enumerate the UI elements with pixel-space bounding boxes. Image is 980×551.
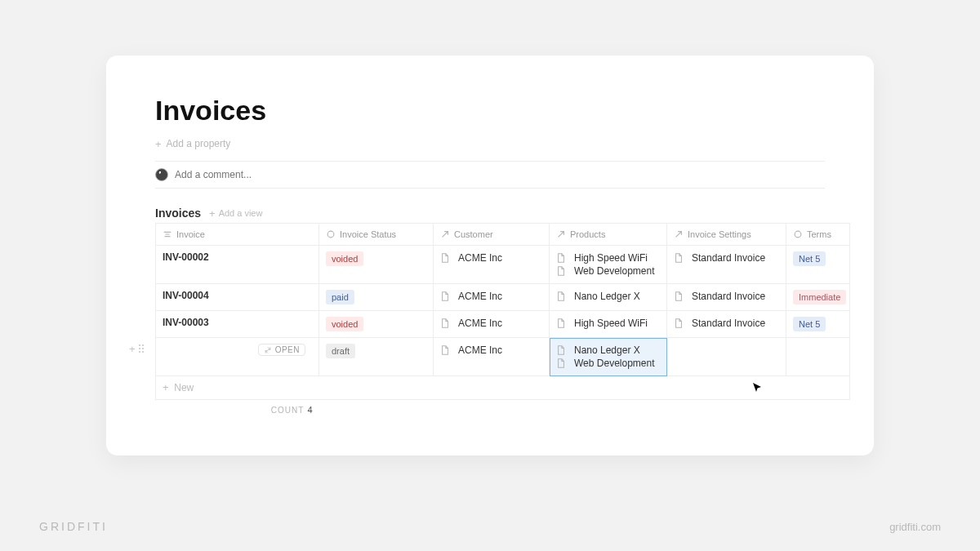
cell-customer[interactable]: ACME Inc	[434, 311, 550, 338]
page-icon	[556, 345, 566, 355]
cell-products[interactable]: Nano Ledger XWeb Development	[550, 338, 667, 376]
status-tag: draft	[326, 344, 355, 358]
cell-customer[interactable]: ACME Inc	[434, 284, 550, 311]
cell-status[interactable]: paid	[319, 284, 434, 311]
cell-customer[interactable]: ACME Inc	[434, 246, 550, 284]
table-header-row: Invoice Invoice Status Customer Products	[156, 224, 850, 246]
page-icon	[556, 266, 566, 276]
cell-status[interactable]: voided	[319, 311, 434, 338]
page-icon	[556, 291, 566, 301]
cell-settings[interactable]	[667, 338, 786, 376]
status-tag: Net 5	[793, 317, 826, 331]
relation-link[interactable]: Nano Ledger X	[556, 290, 660, 303]
relation-link[interactable]: Web Development	[556, 357, 660, 370]
relation-link[interactable]: ACME Inc	[440, 251, 542, 264]
page-icon	[674, 291, 684, 301]
row-gutter-controls[interactable]: +	[129, 343, 144, 355]
cell-terms[interactable]: Net 5	[786, 311, 850, 338]
relation-link[interactable]: ACME Inc	[440, 344, 542, 357]
page-icon	[556, 318, 566, 328]
brand-url: gridfiti.com	[889, 521, 941, 533]
cell-terms[interactable]	[786, 338, 850, 376]
table-row[interactable]: OPENdraftACME IncNano Ledger XWeb Develo…	[156, 338, 850, 376]
table-row[interactable]: INV-00002voidedACME IncHigh Speed WiFiWe…	[156, 246, 850, 284]
relation-link[interactable]: Web Development	[556, 264, 660, 278]
comment-input[interactable]	[175, 169, 420, 180]
table-row[interactable]: INV-00004paidACME IncNano Ledger XStanda…	[156, 284, 850, 311]
status-tag: voided	[326, 251, 363, 266]
cell-settings[interactable]: Standard Invoice	[667, 311, 786, 338]
status-tag: Net 5	[793, 251, 826, 266]
comment-row[interactable]	[155, 161, 825, 189]
page-icon	[556, 253, 566, 263]
avatar	[155, 168, 168, 181]
cell-invoice[interactable]: INV-00002	[156, 246, 319, 284]
relation-link[interactable]: ACME Inc	[440, 317, 542, 330]
page-title: Invoices	[155, 95, 825, 127]
col-header-products[interactable]: Products	[550, 224, 667, 246]
cell-products[interactable]: High Speed WiFiWeb Development	[550, 246, 667, 284]
plus-icon: +	[209, 208, 216, 219]
cell-products[interactable]: High Speed WiFi	[550, 311, 667, 338]
page-icon	[440, 291, 450, 301]
col-header-settings[interactable]: Invoice Settings	[667, 224, 786, 246]
plus-icon: +	[155, 139, 162, 149]
plus-icon: +	[163, 381, 169, 393]
title-icon	[163, 229, 172, 239]
relation-link[interactable]: High Speed WiFi	[556, 251, 660, 264]
cell-settings[interactable]: Standard Invoice	[667, 284, 786, 311]
page-icon	[556, 358, 566, 368]
cell-invoice[interactable]: INV-00003	[156, 311, 319, 338]
cell-terms[interactable]: Immediate	[786, 284, 850, 311]
app-card: Invoices + Add a property Invoices + Add…	[106, 56, 874, 455]
relation-link[interactable]: Standard Invoice	[674, 251, 779, 264]
cell-customer[interactable]: ACME Inc	[434, 338, 550, 376]
col-header-invoice[interactable]: Invoice	[156, 224, 319, 246]
relation-link[interactable]: Standard Invoice	[674, 317, 779, 330]
select-icon	[793, 229, 803, 239]
add-view-label: Add a view	[219, 208, 263, 218]
relation-link[interactable]: Standard Invoice	[674, 290, 779, 303]
status-tag: Immediate	[793, 290, 846, 304]
add-property-button[interactable]: + Add a property	[155, 138, 825, 149]
page-icon	[674, 318, 684, 328]
database-title[interactable]: Invoices	[155, 207, 201, 220]
relation-link[interactable]: High Speed WiFi	[556, 317, 660, 330]
cell-invoice[interactable]: OPEN	[156, 338, 319, 376]
add-property-label: Add a property	[167, 138, 231, 149]
col-header-status[interactable]: Invoice Status	[319, 224, 434, 246]
relation-link[interactable]: ACME Inc	[440, 290, 542, 303]
select-icon	[326, 229, 336, 239]
brand-watermark: GRIDFITI	[39, 520, 108, 533]
page-icon	[440, 345, 450, 355]
page-icon	[674, 253, 684, 263]
cell-terms[interactable]: Net 5	[786, 246, 850, 284]
open-page-button[interactable]: OPEN	[258, 344, 305, 356]
table-count-row: COUNT4	[156, 400, 850, 421]
relation-icon	[440, 229, 450, 239]
relation-link[interactable]: Nano Ledger X	[556, 344, 660, 357]
cell-settings[interactable]: Standard Invoice	[667, 246, 786, 284]
page-icon	[440, 253, 450, 263]
col-header-terms[interactable]: Terms	[786, 224, 850, 246]
invoices-table: Invoice Invoice Status Customer Products	[155, 223, 850, 420]
cell-status[interactable]: draft	[319, 338, 434, 376]
new-row-button[interactable]: + New	[156, 376, 850, 400]
relation-icon	[556, 229, 566, 239]
cell-invoice[interactable]: INV-00004	[156, 284, 319, 311]
table-row[interactable]: INV-00003voidedACME IncHigh Speed WiFiSt…	[156, 311, 850, 338]
status-tag: voided	[326, 317, 363, 331]
relation-icon	[674, 229, 684, 239]
cell-products[interactable]: Nano Ledger X	[550, 284, 667, 311]
add-row-icon[interactable]: +	[129, 343, 136, 355]
cell-status[interactable]: voided	[319, 246, 434, 284]
status-tag: paid	[326, 290, 354, 304]
col-header-customer[interactable]: Customer	[434, 224, 550, 246]
add-view-button[interactable]: + Add a view	[209, 208, 262, 219]
drag-handle-icon[interactable]	[139, 344, 144, 353]
page-icon	[440, 318, 450, 328]
